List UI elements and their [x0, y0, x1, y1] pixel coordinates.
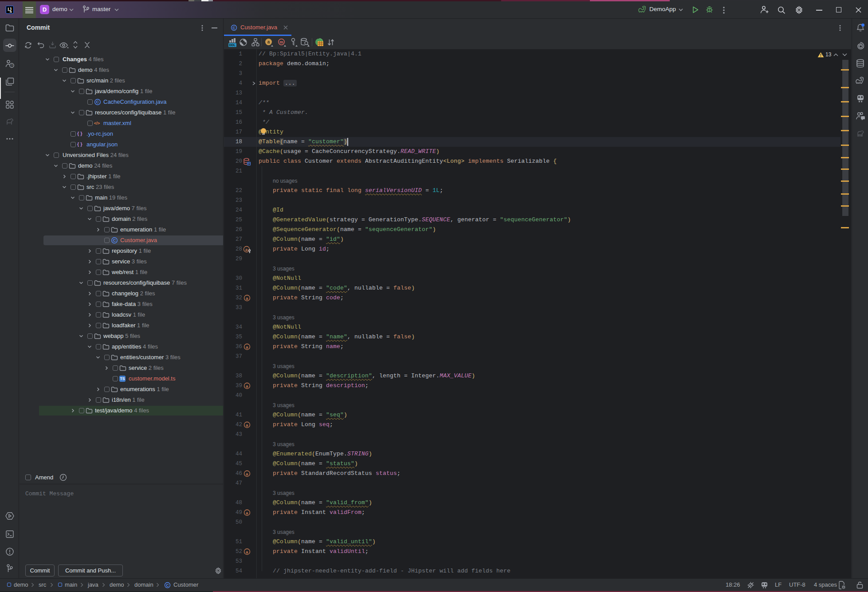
svg-text:a: a [246, 423, 248, 427]
svg-text:a: a [246, 296, 248, 301]
svg-text:a: a [246, 471, 248, 476]
svg-text:m: m [279, 39, 283, 44]
svg-text:C: C [96, 99, 99, 104]
svg-text:a: a [246, 384, 248, 388]
svg-text:a: a [246, 510, 248, 515]
svg-text:a: a [246, 549, 248, 554]
svg-text:a: a [245, 247, 248, 252]
svg-text:C: C [166, 583, 169, 588]
svg-text:a: a [267, 39, 270, 44]
svg-text:a: a [246, 345, 248, 349]
svg-text:C: C [113, 238, 116, 243]
svg-text:?: ? [11, 63, 13, 67]
svg-text:DDL: DDL [229, 43, 236, 47]
svg-text:C: C [232, 26, 236, 30]
